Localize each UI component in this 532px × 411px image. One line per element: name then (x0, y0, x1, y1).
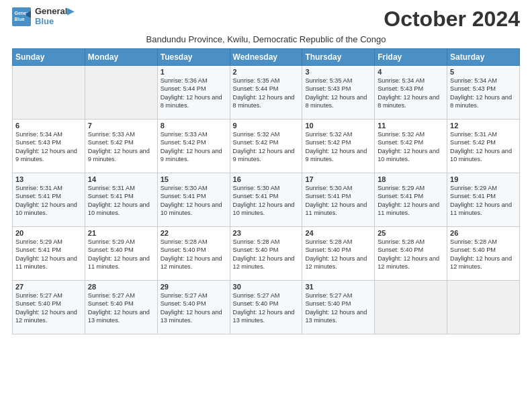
day-cell: 4Sunrise: 5:34 AM Sunset: 5:43 PM Daylig… (375, 66, 447, 120)
day-number: 8 (161, 122, 227, 130)
day-cell: 17Sunrise: 5:30 AM Sunset: 5:41 PM Dayli… (302, 173, 375, 227)
day-info: Sunrise: 5:29 AM Sunset: 5:41 PM Dayligh… (450, 184, 517, 218)
day-info: Sunrise: 5:29 AM Sunset: 5:41 PM Dayligh… (15, 238, 82, 271)
week-row-3: 20Sunrise: 5:29 AM Sunset: 5:41 PM Dayli… (13, 227, 520, 281)
day-info: Sunrise: 5:28 AM Sunset: 5:40 PM Dayligh… (161, 238, 227, 271)
logo-text: General▶ (35, 7, 74, 17)
day-cell: 16Sunrise: 5:30 AM Sunset: 5:41 PM Dayli… (230, 173, 302, 227)
col-monday: Monday (85, 49, 157, 66)
day-cell: 24Sunrise: 5:28 AM Sunset: 5:40 PM Dayli… (302, 227, 375, 281)
day-info: Sunrise: 5:33 AM Sunset: 5:42 PM Dayligh… (88, 130, 154, 164)
day-cell (13, 66, 85, 120)
day-cell: 7Sunrise: 5:33 AM Sunset: 5:42 PM Daylig… (85, 120, 157, 173)
col-friday: Friday (375, 49, 447, 66)
day-cell: 20Sunrise: 5:29 AM Sunset: 5:41 PM Dayli… (13, 227, 85, 281)
week-row-0: 1Sunrise: 5:36 AM Sunset: 5:44 PM Daylig… (13, 66, 520, 120)
day-number: 6 (15, 122, 82, 130)
day-cell: 15Sunrise: 5:30 AM Sunset: 5:41 PM Dayli… (157, 173, 230, 227)
day-info: Sunrise: 5:28 AM Sunset: 5:40 PM Dayligh… (450, 238, 517, 271)
day-number: 7 (88, 122, 154, 130)
day-cell: 10Sunrise: 5:32 AM Sunset: 5:42 PM Dayli… (302, 120, 375, 173)
day-number: 11 (378, 122, 444, 130)
week-row-1: 6Sunrise: 5:34 AM Sunset: 5:43 PM Daylig… (13, 120, 520, 173)
day-info: Sunrise: 5:31 AM Sunset: 5:42 PM Dayligh… (450, 130, 517, 164)
logo-icon: General Blue (12, 7, 31, 26)
day-number: 30 (233, 283, 300, 291)
col-wednesday: Wednesday (230, 49, 302, 66)
day-cell: 18Sunrise: 5:29 AM Sunset: 5:41 PM Dayli… (375, 173, 447, 227)
day-info: Sunrise: 5:30 AM Sunset: 5:41 PM Dayligh… (305, 184, 371, 218)
day-number: 4 (378, 68, 444, 76)
day-cell: 12Sunrise: 5:31 AM Sunset: 5:42 PM Dayli… (447, 120, 520, 173)
day-number: 2 (233, 68, 300, 76)
day-number: 22 (161, 229, 227, 237)
day-cell: 9Sunrise: 5:32 AM Sunset: 5:42 PM Daylig… (230, 120, 302, 173)
day-number: 28 (88, 283, 154, 291)
day-info: Sunrise: 5:27 AM Sunset: 5:40 PM Dayligh… (15, 291, 82, 325)
day-info: Sunrise: 5:27 AM Sunset: 5:40 PM Dayligh… (233, 291, 300, 325)
header: General Blue General▶ Blue October 2024 (12, 7, 520, 32)
day-cell: 8Sunrise: 5:33 AM Sunset: 5:42 PM Daylig… (157, 120, 230, 173)
day-info: Sunrise: 5:28 AM Sunset: 5:40 PM Dayligh… (305, 238, 371, 271)
day-cell (375, 281, 447, 334)
day-number: 26 (450, 229, 517, 237)
day-info: Sunrise: 5:35 AM Sunset: 5:44 PM Dayligh… (233, 77, 300, 110)
svg-text:Blue: Blue (15, 17, 25, 21)
day-number: 12 (450, 122, 517, 130)
logo: General Blue General▶ Blue (12, 7, 74, 27)
subtitle: Bandundu Province, Kwilu, Democratic Rep… (12, 34, 520, 44)
day-cell: 22Sunrise: 5:28 AM Sunset: 5:40 PM Dayli… (157, 227, 230, 281)
day-info: Sunrise: 5:31 AM Sunset: 5:41 PM Dayligh… (15, 184, 82, 218)
day-number: 1 (161, 68, 227, 76)
day-info: Sunrise: 5:29 AM Sunset: 5:40 PM Dayligh… (88, 238, 154, 271)
calendar-page: General Blue General▶ Blue October 2024 … (0, 0, 532, 341)
day-number: 13 (15, 175, 82, 183)
day-info: Sunrise: 5:34 AM Sunset: 5:43 PM Dayligh… (450, 77, 517, 110)
day-cell (85, 66, 157, 120)
day-info: Sunrise: 5:28 AM Sunset: 5:40 PM Dayligh… (233, 238, 300, 271)
day-number: 16 (233, 175, 300, 183)
day-number: 18 (378, 175, 444, 183)
col-tuesday: Tuesday (157, 49, 230, 66)
day-info: Sunrise: 5:34 AM Sunset: 5:43 PM Dayligh… (378, 77, 444, 110)
day-number: 21 (88, 229, 154, 237)
day-cell: 19Sunrise: 5:29 AM Sunset: 5:41 PM Dayli… (447, 173, 520, 227)
day-number: 9 (233, 122, 300, 130)
day-cell: 11Sunrise: 5:32 AM Sunset: 5:42 PM Dayli… (375, 120, 447, 173)
day-info: Sunrise: 5:27 AM Sunset: 5:40 PM Dayligh… (88, 291, 154, 325)
day-cell: 25Sunrise: 5:28 AM Sunset: 5:40 PM Dayli… (375, 227, 447, 281)
day-info: Sunrise: 5:36 AM Sunset: 5:44 PM Dayligh… (161, 77, 227, 110)
day-number: 31 (305, 283, 371, 291)
day-info: Sunrise: 5:28 AM Sunset: 5:40 PM Dayligh… (378, 238, 444, 271)
day-cell: 14Sunrise: 5:31 AM Sunset: 5:41 PM Dayli… (85, 173, 157, 227)
week-row-4: 27Sunrise: 5:27 AM Sunset: 5:40 PM Dayli… (13, 281, 520, 334)
month-title: October 2024 (384, 7, 520, 32)
day-info: Sunrise: 5:33 AM Sunset: 5:42 PM Dayligh… (161, 130, 227, 164)
day-cell: 13Sunrise: 5:31 AM Sunset: 5:41 PM Dayli… (13, 173, 85, 227)
day-cell: 2Sunrise: 5:35 AM Sunset: 5:44 PM Daylig… (230, 66, 302, 120)
day-cell: 31Sunrise: 5:27 AM Sunset: 5:40 PM Dayli… (302, 281, 375, 334)
day-info: Sunrise: 5:32 AM Sunset: 5:42 PM Dayligh… (378, 130, 444, 164)
day-number: 20 (15, 229, 82, 237)
day-info: Sunrise: 5:32 AM Sunset: 5:42 PM Dayligh… (305, 130, 371, 164)
day-number: 5 (450, 68, 517, 76)
day-number: 23 (233, 229, 300, 237)
day-cell: 21Sunrise: 5:29 AM Sunset: 5:40 PM Dayli… (85, 227, 157, 281)
calendar-table: Sunday Monday Tuesday Wednesday Thursday… (12, 48, 520, 334)
week-row-2: 13Sunrise: 5:31 AM Sunset: 5:41 PM Dayli… (13, 173, 520, 227)
day-number: 25 (378, 229, 444, 237)
day-cell: 3Sunrise: 5:35 AM Sunset: 5:43 PM Daylig… (302, 66, 375, 120)
day-cell: 6Sunrise: 5:34 AM Sunset: 5:43 PM Daylig… (13, 120, 85, 173)
day-number: 29 (161, 283, 227, 291)
day-cell: 23Sunrise: 5:28 AM Sunset: 5:40 PM Dayli… (230, 227, 302, 281)
day-info: Sunrise: 5:27 AM Sunset: 5:40 PM Dayligh… (305, 291, 371, 325)
day-info: Sunrise: 5:30 AM Sunset: 5:41 PM Dayligh… (161, 184, 227, 218)
day-info: Sunrise: 5:31 AM Sunset: 5:41 PM Dayligh… (88, 184, 154, 218)
day-info: Sunrise: 5:27 AM Sunset: 5:40 PM Dayligh… (161, 291, 227, 325)
day-cell: 1Sunrise: 5:36 AM Sunset: 5:44 PM Daylig… (157, 66, 230, 120)
day-cell: 29Sunrise: 5:27 AM Sunset: 5:40 PM Dayli… (157, 281, 230, 334)
day-number: 19 (450, 175, 517, 183)
day-info: Sunrise: 5:30 AM Sunset: 5:41 PM Dayligh… (233, 184, 300, 218)
day-number: 10 (305, 122, 371, 130)
day-cell: 28Sunrise: 5:27 AM Sunset: 5:40 PM Dayli… (85, 281, 157, 334)
